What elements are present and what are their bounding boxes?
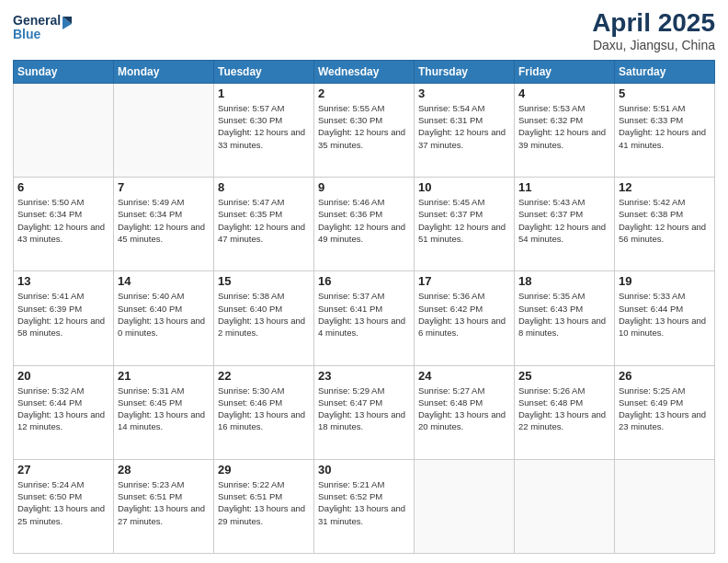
cell-details: Sunrise: 5:43 AM Sunset: 6:37 PM Dayligh… bbox=[518, 196, 610, 245]
calendar-cell: 13Sunrise: 5:41 AM Sunset: 6:39 PM Dayli… bbox=[14, 271, 114, 365]
cell-details: Sunrise: 5:46 AM Sunset: 6:36 PM Dayligh… bbox=[318, 196, 410, 245]
cell-details: Sunrise: 5:51 AM Sunset: 6:33 PM Dayligh… bbox=[619, 102, 711, 151]
day-number: 28 bbox=[118, 463, 210, 477]
calendar-cell: 8Sunrise: 5:47 AM Sunset: 6:35 PM Daylig… bbox=[214, 178, 314, 271]
cell-details: Sunrise: 5:24 AM Sunset: 6:50 PM Dayligh… bbox=[17, 478, 109, 527]
calendar-cell: 27Sunrise: 5:24 AM Sunset: 6:50 PM Dayli… bbox=[14, 459, 114, 553]
cell-details: Sunrise: 5:26 AM Sunset: 6:48 PM Dayligh… bbox=[518, 385, 610, 433]
cell-details: Sunrise: 5:36 AM Sunset: 6:42 PM Dayligh… bbox=[418, 290, 510, 339]
cell-details: Sunrise: 5:49 AM Sunset: 6:34 PM Dayligh… bbox=[118, 196, 210, 245]
day-number: 24 bbox=[418, 369, 510, 383]
day-number: 19 bbox=[619, 274, 711, 288]
day-number: 9 bbox=[318, 180, 410, 194]
cell-details: Sunrise: 5:32 AM Sunset: 6:44 PM Dayligh… bbox=[17, 385, 109, 433]
day-number: 1 bbox=[218, 86, 310, 100]
calendar-cell: 29Sunrise: 5:22 AM Sunset: 6:51 PM Dayli… bbox=[214, 459, 314, 553]
calendar-cell: 26Sunrise: 5:25 AM Sunset: 6:49 PM Dayli… bbox=[615, 365, 715, 459]
cell-details: Sunrise: 5:23 AM Sunset: 6:51 PM Dayligh… bbox=[118, 478, 210, 527]
calendar-week-1: 1Sunrise: 5:57 AM Sunset: 6:30 PM Daylig… bbox=[14, 83, 715, 177]
day-number: 27 bbox=[17, 463, 109, 477]
calendar-cell: 11Sunrise: 5:43 AM Sunset: 6:37 PM Dayli… bbox=[515, 178, 615, 271]
day-number: 29 bbox=[218, 463, 310, 477]
day-number: 21 bbox=[118, 369, 210, 383]
col-monday: Monday bbox=[114, 60, 214, 83]
cell-details: Sunrise: 5:30 AM Sunset: 6:46 PM Dayligh… bbox=[218, 385, 310, 433]
calendar-cell: 18Sunrise: 5:35 AM Sunset: 6:43 PM Dayli… bbox=[515, 271, 615, 365]
calendar-cell: 25Sunrise: 5:26 AM Sunset: 6:48 PM Dayli… bbox=[515, 365, 615, 459]
cell-details: Sunrise: 5:53 AM Sunset: 6:32 PM Dayligh… bbox=[518, 102, 610, 151]
day-number: 8 bbox=[218, 180, 310, 194]
cell-details: Sunrise: 5:33 AM Sunset: 6:44 PM Dayligh… bbox=[619, 290, 711, 339]
day-number: 18 bbox=[518, 274, 610, 288]
calendar-cell: 4Sunrise: 5:53 AM Sunset: 6:32 PM Daylig… bbox=[515, 83, 615, 177]
calendar-cell: 21Sunrise: 5:31 AM Sunset: 6:45 PM Dayli… bbox=[114, 365, 214, 459]
calendar-week-4: 20Sunrise: 5:32 AM Sunset: 6:44 PM Dayli… bbox=[14, 365, 715, 459]
day-number: 12 bbox=[619, 180, 711, 194]
calendar-cell: 23Sunrise: 5:29 AM Sunset: 6:47 PM Dayli… bbox=[314, 365, 415, 459]
calendar-week-2: 6Sunrise: 5:50 AM Sunset: 6:34 PM Daylig… bbox=[14, 178, 715, 271]
cell-details: Sunrise: 5:31 AM Sunset: 6:45 PM Dayligh… bbox=[118, 385, 210, 433]
calendar-cell: 5Sunrise: 5:51 AM Sunset: 6:33 PM Daylig… bbox=[615, 83, 715, 177]
col-friday: Friday bbox=[515, 60, 615, 83]
calendar-cell: 22Sunrise: 5:30 AM Sunset: 6:46 PM Dayli… bbox=[214, 365, 314, 459]
calendar-cell: 3Sunrise: 5:54 AM Sunset: 6:31 PM Daylig… bbox=[415, 83, 515, 177]
col-thursday: Thursday bbox=[415, 60, 515, 83]
day-number: 23 bbox=[318, 369, 410, 383]
cell-details: Sunrise: 5:55 AM Sunset: 6:30 PM Dayligh… bbox=[318, 102, 410, 151]
day-number: 22 bbox=[218, 369, 310, 383]
col-wednesday: Wednesday bbox=[314, 60, 415, 83]
day-number: 3 bbox=[418, 86, 510, 100]
day-number: 2 bbox=[318, 86, 410, 100]
page: GeneralBlue April 2025 Daxu, Jiangsu, Ch… bbox=[0, 0, 728, 563]
day-number: 16 bbox=[318, 274, 410, 288]
cell-details: Sunrise: 5:29 AM Sunset: 6:47 PM Dayligh… bbox=[318, 385, 410, 433]
svg-text:General: General bbox=[13, 13, 61, 28]
calendar-cell: 16Sunrise: 5:37 AM Sunset: 6:41 PM Dayli… bbox=[314, 271, 415, 365]
calendar-cell: 17Sunrise: 5:36 AM Sunset: 6:42 PM Dayli… bbox=[415, 271, 515, 365]
col-tuesday: Tuesday bbox=[214, 60, 314, 83]
day-number: 11 bbox=[518, 180, 610, 194]
cell-details: Sunrise: 5:25 AM Sunset: 6:49 PM Dayligh… bbox=[619, 385, 711, 433]
calendar-cell: 14Sunrise: 5:40 AM Sunset: 6:40 PM Dayli… bbox=[114, 271, 214, 365]
col-saturday: Saturday bbox=[615, 60, 715, 83]
cell-details: Sunrise: 5:54 AM Sunset: 6:31 PM Dayligh… bbox=[418, 102, 510, 151]
cell-details: Sunrise: 5:42 AM Sunset: 6:38 PM Dayligh… bbox=[619, 196, 711, 245]
calendar-cell: 10Sunrise: 5:45 AM Sunset: 6:37 PM Dayli… bbox=[415, 178, 515, 271]
cell-details: Sunrise: 5:37 AM Sunset: 6:41 PM Dayligh… bbox=[318, 290, 410, 339]
calendar-cell: 12Sunrise: 5:42 AM Sunset: 6:38 PM Dayli… bbox=[615, 178, 715, 271]
calendar-cell: 6Sunrise: 5:50 AM Sunset: 6:34 PM Daylig… bbox=[14, 178, 114, 271]
day-number: 14 bbox=[118, 274, 210, 288]
calendar-cell: 2Sunrise: 5:55 AM Sunset: 6:30 PM Daylig… bbox=[314, 83, 415, 177]
calendar-week-3: 13Sunrise: 5:41 AM Sunset: 6:39 PM Dayli… bbox=[14, 271, 715, 365]
calendar-table: Sunday Monday Tuesday Wednesday Thursday… bbox=[13, 60, 715, 554]
cell-details: Sunrise: 5:41 AM Sunset: 6:39 PM Dayligh… bbox=[17, 290, 109, 339]
logo-svg: GeneralBlue bbox=[13, 9, 77, 46]
calendar-cell: 19Sunrise: 5:33 AM Sunset: 6:44 PM Dayli… bbox=[615, 271, 715, 365]
calendar-cell bbox=[114, 83, 214, 177]
calendar-cell: 9Sunrise: 5:46 AM Sunset: 6:36 PM Daylig… bbox=[314, 178, 415, 271]
calendar-cell: 30Sunrise: 5:21 AM Sunset: 6:52 PM Dayli… bbox=[314, 459, 415, 553]
day-number: 10 bbox=[418, 180, 510, 194]
cell-details: Sunrise: 5:27 AM Sunset: 6:48 PM Dayligh… bbox=[418, 385, 510, 433]
day-number: 7 bbox=[118, 180, 210, 194]
svg-text:Blue: Blue bbox=[13, 27, 41, 41]
header: GeneralBlue April 2025 Daxu, Jiangsu, Ch… bbox=[13, 9, 715, 52]
calendar-cell bbox=[14, 83, 114, 177]
col-sunday: Sunday bbox=[14, 60, 114, 83]
calendar-cell bbox=[415, 459, 515, 553]
day-number: 5 bbox=[619, 86, 711, 100]
cell-details: Sunrise: 5:47 AM Sunset: 6:35 PM Dayligh… bbox=[218, 196, 310, 245]
calendar-cell: 24Sunrise: 5:27 AM Sunset: 6:48 PM Dayli… bbox=[415, 365, 515, 459]
cell-details: Sunrise: 5:57 AM Sunset: 6:30 PM Dayligh… bbox=[218, 102, 310, 151]
day-number: 25 bbox=[518, 369, 610, 383]
day-number: 4 bbox=[518, 86, 610, 100]
calendar-cell: 1Sunrise: 5:57 AM Sunset: 6:30 PM Daylig… bbox=[214, 83, 314, 177]
day-number: 6 bbox=[17, 180, 109, 194]
main-title: April 2025 bbox=[592, 9, 715, 38]
calendar-cell: 28Sunrise: 5:23 AM Sunset: 6:51 PM Dayli… bbox=[114, 459, 214, 553]
cell-details: Sunrise: 5:35 AM Sunset: 6:43 PM Dayligh… bbox=[518, 290, 610, 339]
calendar-header-row: Sunday Monday Tuesday Wednesday Thursday… bbox=[14, 60, 715, 83]
calendar-cell bbox=[615, 459, 715, 553]
cell-details: Sunrise: 5:40 AM Sunset: 6:40 PM Dayligh… bbox=[118, 290, 210, 339]
subtitle: Daxu, Jiangsu, China bbox=[592, 38, 715, 52]
